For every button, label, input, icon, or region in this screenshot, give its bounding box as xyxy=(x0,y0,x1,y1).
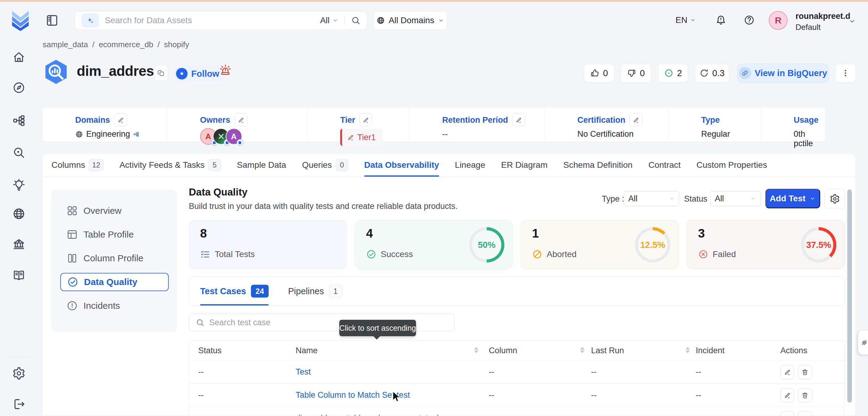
tab-pipelines[interactable]: Pipelines1 xyxy=(288,277,342,306)
copy-name-button[interactable] xyxy=(154,65,168,81)
test-case-link[interactable]: Test xyxy=(296,367,311,376)
score-button[interactable]: 0.3 xyxy=(695,64,729,83)
col-name[interactable]: Name xyxy=(296,346,489,355)
delete-test-button[interactable] xyxy=(798,365,812,379)
dq-section-title: Data Quality xyxy=(189,186,248,198)
language-dropdown[interactable]: EN xyxy=(676,15,696,25)
refresh-icon xyxy=(700,68,709,78)
type-filter-select[interactable]: All xyxy=(624,191,680,206)
notifications-bell-icon[interactable] xyxy=(715,14,727,26)
sort-name-icon[interactable] xyxy=(474,347,478,353)
side-panel-toggle[interactable] xyxy=(858,331,868,354)
table-header-row: Status Name Column Last Run Incident Act… xyxy=(189,341,844,360)
explore-compass-icon[interactable] xyxy=(12,81,26,94)
col-status[interactable]: Status xyxy=(189,346,296,355)
nav-overview[interactable]: Overview xyxy=(51,202,177,220)
breadcrumb-schema[interactable]: shopify xyxy=(164,40,189,49)
edit-test-button[interactable] xyxy=(780,365,794,379)
status-filter-select[interactable]: All xyxy=(710,191,761,206)
delete-test-button[interactable] xyxy=(798,411,812,416)
tab-contract[interactable]: Contract xyxy=(648,154,681,177)
sort-last-run-icon[interactable] xyxy=(686,347,690,353)
edit-tier-button[interactable] xyxy=(360,114,372,126)
chevron-down-icon[interactable] xyxy=(332,17,339,24)
ai-sparkle-icon[interactable] xyxy=(82,13,99,27)
all-domains-dropdown[interactable]: All Domains xyxy=(373,11,447,30)
tab-custom-properties[interactable]: Custom Properties xyxy=(696,154,767,177)
tab-columns[interactable]: Columns12 xyxy=(52,154,103,177)
insights-bulb-icon[interactable] xyxy=(12,179,26,192)
edit-test-button[interactable] xyxy=(780,388,794,402)
edit-retention-button[interactable] xyxy=(512,114,525,126)
tier-badge[interactable]: Tier1 xyxy=(340,129,382,146)
downvote-button[interactable]: 0 xyxy=(621,64,651,83)
table-layout-icon xyxy=(66,229,78,240)
dq-settings-button[interactable] xyxy=(825,189,845,209)
tab-queries[interactable]: Queries0 xyxy=(302,154,348,177)
sidebar-toggle-icon[interactable] xyxy=(45,13,59,27)
user-avatar[interactable]: R xyxy=(769,11,787,30)
edit-domains-button[interactable] xyxy=(114,114,127,126)
nav-incidents[interactable]: Incidents xyxy=(51,297,177,315)
row-status: -- xyxy=(189,367,296,377)
table-row: -- Test -- -- -- xyxy=(189,360,844,383)
tab-sample-data[interactable]: Sample Data xyxy=(237,154,286,177)
col-column[interactable]: Column xyxy=(489,346,591,355)
edit-owners-button[interactable] xyxy=(235,114,247,126)
tab-data-observability[interactable]: Data Observability xyxy=(364,154,439,177)
global-search-input[interactable] xyxy=(105,15,320,25)
glossary-book-icon[interactable] xyxy=(12,268,26,282)
breadcrumb-service[interactable]: sample_data xyxy=(43,40,88,49)
owner-avatar[interactable]: A xyxy=(226,128,242,145)
trash-icon xyxy=(801,392,809,399)
more-actions-button[interactable] xyxy=(835,64,856,83)
success-label: Success xyxy=(381,249,413,259)
meta-certification: Certification No Certification xyxy=(545,107,669,141)
user-menu-chevron-icon[interactable] xyxy=(848,18,856,25)
edit-certification-button[interactable] xyxy=(629,114,642,126)
meta-tier: Tier Tier1 xyxy=(307,107,409,141)
help-icon[interactable] xyxy=(744,14,755,26)
search-scope-value[interactable]: All xyxy=(320,15,330,25)
app-logo[interactable] xyxy=(8,7,32,31)
settings-gear-icon[interactable] xyxy=(12,367,26,380)
breadcrumb-database[interactable]: ecommerce_db xyxy=(99,40,153,49)
nav-table-profile[interactable]: Table Profile xyxy=(51,225,177,244)
user-menu[interactable]: rounakpreet.d Default xyxy=(796,11,850,32)
platform-network-icon[interactable] xyxy=(12,114,26,127)
row-last-run: -- xyxy=(591,390,696,400)
watch-button[interactable]: 2 xyxy=(658,64,688,83)
tab-schema-definition[interactable]: Schema Definition xyxy=(563,154,632,177)
checklist-icon xyxy=(200,249,211,259)
col-last-run[interactable]: Last Run xyxy=(591,346,696,355)
tab-lineage[interactable]: Lineage xyxy=(455,154,486,177)
search-icon[interactable] xyxy=(351,16,360,25)
row-incident: -- xyxy=(695,367,780,377)
page-title: dim_address xyxy=(77,63,161,79)
view-in-source-button[interactable]: View in BigQuery xyxy=(737,64,829,83)
home-icon[interactable] xyxy=(12,50,26,64)
tab-test-cases[interactable]: Test Cases24 xyxy=(200,277,269,306)
vertical-scrollbar[interactable] xyxy=(847,189,852,403)
col-incident[interactable]: Incident xyxy=(695,346,780,355)
observability-icon[interactable] xyxy=(12,146,26,159)
nav-data-quality[interactable]: Data Quality xyxy=(60,273,169,291)
tab-activity-feeds[interactable]: Activity Feeds & Tasks5 xyxy=(119,154,221,177)
add-test-button[interactable]: Add Test xyxy=(765,189,820,208)
test-tabs-card: Test Cases24 Pipelines1 xyxy=(189,277,844,306)
sort-column-icon[interactable] xyxy=(580,347,585,353)
domains-value[interactable]: Engineering xyxy=(86,129,130,139)
govern-bank-icon[interactable] xyxy=(12,237,26,251)
logout-icon[interactable] xyxy=(12,397,26,411)
table-row: -- dim_address_table_column_count_to_be … xyxy=(189,407,844,416)
follow-button[interactable]: Follow xyxy=(174,66,226,82)
test-case-link[interactable]: dim_address_table_column_count_to_be xyxy=(296,414,446,416)
delete-test-button[interactable] xyxy=(798,388,812,402)
edit-test-button[interactable] xyxy=(780,411,794,416)
language-value: EN xyxy=(676,15,687,25)
tab-er-diagram[interactable]: ER Diagram xyxy=(501,154,547,177)
domains-globe-icon[interactable] xyxy=(12,207,26,221)
announcement-siren-icon[interactable] xyxy=(219,63,232,77)
upvote-button[interactable]: 0 xyxy=(584,64,614,83)
nav-column-profile[interactable]: Column Profile xyxy=(51,249,177,267)
